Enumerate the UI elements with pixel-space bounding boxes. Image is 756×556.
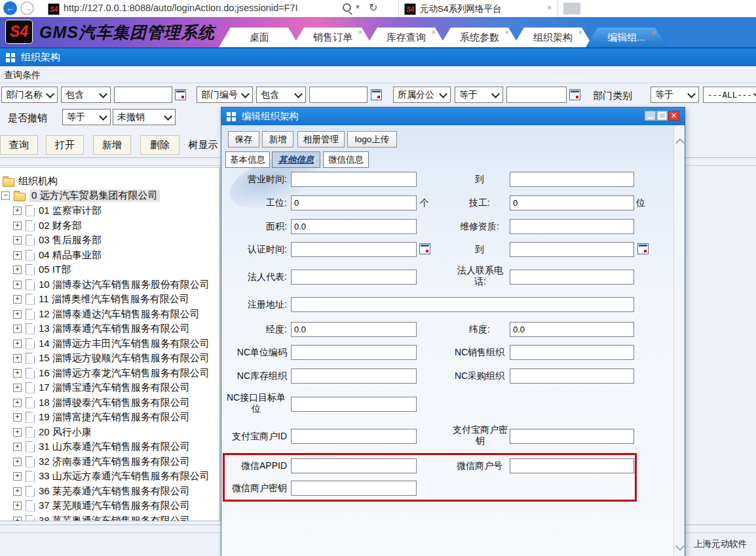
expand-icon[interactable] [13, 399, 22, 407]
browser-tab[interactable]: S4 元动S4系列网络平台 [398, 0, 558, 17]
tab-wechat-info[interactable]: 微信信息 [323, 151, 369, 168]
delete-button[interactable]: 删除 [140, 135, 180, 155]
tab-close-icon[interactable] [547, 3, 552, 12]
scroll-up-icon[interactable] [675, 138, 685, 148]
scroll-down-icon[interactable] [675, 542, 685, 551]
expand-icon[interactable] [13, 413, 22, 422]
stations-input[interactable] [291, 195, 417, 210]
tree-item[interactable]: 13 淄博泰通汽车销售服务有限公司 [13, 321, 190, 336]
tree-item[interactable]: 31 山东泰通汽车销售服务有限公司 [13, 439, 190, 454]
expand-icon[interactable] [13, 517, 22, 522]
expand-icon[interactable] [13, 222, 22, 230]
tab-basic-info[interactable]: 基本信息 [225, 151, 270, 168]
technicians-input[interactable] [510, 195, 634, 210]
legal-rep-input[interactable] [291, 269, 417, 285]
expand-icon[interactable] [13, 354, 22, 363]
wechat-mch-input[interactable] [510, 458, 634, 473]
tree-root[interactable]: 组织机构 [3, 174, 58, 188]
repair-qual-input[interactable] [510, 219, 634, 234]
tree-item[interactable]: 14 淄博远方丰田汽车销售服务有限公司 [13, 336, 210, 351]
eq-select-1[interactable]: 等于 [455, 87, 503, 103]
calendar-icon[interactable] [419, 243, 430, 254]
legal-phone-input[interactable] [510, 269, 634, 285]
tree-item[interactable]: 37 莱芜顺通汽车销售服务有限公司 [13, 498, 190, 513]
dept-code-input[interactable] [309, 87, 368, 103]
tree-item[interactable]: 03 售后服务部 [13, 233, 102, 247]
dialog-titlebar[interactable]: 编辑组织架构 [221, 108, 685, 125]
refresh-icon[interactable] [369, 1, 377, 14]
expand-icon[interactable] [13, 325, 22, 333]
eq-select-2[interactable]: 等于 [651, 87, 699, 103]
maximize-icon[interactable] [656, 111, 668, 121]
calendar-icon[interactable] [637, 243, 649, 254]
contain-select-1[interactable]: 包含 [61, 87, 111, 103]
minimize-icon[interactable] [645, 111, 656, 121]
dept-type-all-select[interactable]: ---ALL--- [703, 87, 756, 103]
tree-item[interactable]: 12 淄博泰通达汽车销售服务有限公司 [13, 307, 200, 321]
search-icon[interactable] [343, 3, 351, 12]
revoke-select[interactable]: 未撤销 [113, 109, 176, 125]
tree-item[interactable]: 32 济南泰通汽车销售服务有限公司 [13, 454, 190, 469]
tab-other-info[interactable]: 其他信息 [272, 151, 320, 168]
nav-tab-desktop[interactable]: 桌面 [219, 28, 300, 47]
album-manage-button[interactable]: 相册管理 [297, 131, 345, 148]
calendar-icon[interactable] [175, 89, 186, 100]
open-button[interactable]: 打开 [46, 135, 84, 155]
expand-icon[interactable] [13, 236, 22, 245]
new-tab-button[interactable] [563, 3, 580, 14]
close-icon[interactable] [358, 28, 362, 36]
tree-item[interactable]: 38 莱芜奥通汽车销售服务有限公司 [13, 513, 190, 521]
address-bar[interactable]: http://127.0.0.1:8088/auto/loginAction.d… [64, 3, 298, 13]
branch-input[interactable] [506, 87, 567, 103]
eq-select-3[interactable]: 等于 [62, 109, 111, 125]
wechat-key-input[interactable] [291, 481, 417, 496]
tree-item[interactable]: 20 风行小康 [13, 425, 92, 439]
tree-item[interactable]: 01 监察审计部 [13, 203, 102, 218]
close-icon[interactable] [505, 28, 509, 36]
dialog-add-button[interactable]: 新增 [262, 131, 293, 148]
area-input[interactable] [291, 219, 417, 234]
nc-unit-code-input[interactable] [291, 345, 417, 360]
business-hours-input[interactable] [291, 172, 417, 187]
expand-icon[interactable] [13, 487, 22, 496]
dropdown-caret-icon[interactable] [356, 3, 360, 11]
dept-name-input[interactable] [114, 87, 172, 103]
query-button[interactable]: 查询 [0, 135, 38, 155]
tree-item[interactable]: 11 淄博奥维汽车销售服务有限公司 [13, 292, 189, 306]
latitude-input[interactable] [510, 322, 634, 337]
tree-view-button[interactable]: 树显示 [185, 135, 221, 155]
close-icon[interactable] [651, 28, 656, 37]
tree-item[interactable]: 04 精品事业部 [13, 248, 102, 262]
tree-item[interactable]: 33 山东远方泰通汽车销售服务有限公司 [13, 469, 210, 483]
cert-time-to-input[interactable] [510, 242, 634, 257]
tree-company[interactable]: 0 远方汽车贸易集团有限公司 [1, 188, 160, 203]
add-button[interactable]: 新增 [93, 135, 131, 155]
browser-forward-icon[interactable] [20, 1, 34, 15]
close-icon[interactable] [668, 111, 679, 121]
tree-item[interactable]: 19 淄博富捷汽车销售服务有限公司 [13, 410, 190, 424]
nav-tab-edit-org-active[interactable]: 编辑组... [586, 28, 667, 47]
alipay-id-input[interactable] [291, 429, 417, 444]
close-icon[interactable] [578, 28, 582, 36]
expand-icon[interactable] [13, 428, 22, 437]
nav-tab-sys-params[interactable]: 系统参数 [439, 28, 520, 47]
dept-code-select[interactable]: 部门编号 [197, 87, 253, 103]
cert-time-input[interactable] [291, 242, 417, 257]
browser-back-icon[interactable] [3, 1, 17, 15]
expand-icon[interactable] [13, 369, 22, 378]
tree-item[interactable]: 02 财务部 [13, 218, 82, 233]
nc-target-unit-input[interactable] [291, 397, 417, 412]
expand-icon[interactable] [13, 502, 22, 510]
dept-name-select[interactable]: 部门名称 [1, 87, 58, 103]
expand-icon[interactable] [13, 340, 22, 348]
collapse-icon[interactable] [1, 191, 10, 200]
save-button[interactable]: 保存 [228, 131, 259, 148]
calendar-icon[interactable] [569, 89, 580, 100]
calendar-icon[interactable] [371, 89, 382, 100]
expand-icon[interactable] [13, 443, 22, 451]
close-icon[interactable] [432, 28, 436, 36]
expand-icon[interactable] [13, 281, 22, 289]
nav-tab-stock-query[interactable]: 库存查询 [366, 28, 447, 47]
expand-icon[interactable] [13, 207, 22, 215]
longitude-input[interactable] [291, 322, 417, 337]
